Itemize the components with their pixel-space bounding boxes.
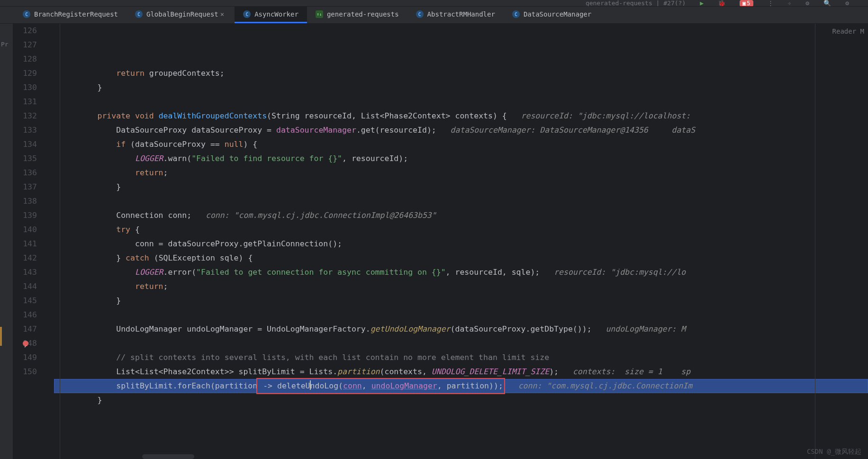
- line-number[interactable]: 133: [13, 123, 47, 137]
- line-number[interactable]: 150: [13, 365, 47, 379]
- code-line[interactable]: [54, 407, 868, 422]
- code-line[interactable]: }: [54, 81, 868, 95]
- code-line[interactable]: }: [54, 180, 868, 194]
- tab-label: BranchRegisterRequest: [34, 10, 118, 18]
- line-number[interactable]: 147: [13, 322, 47, 336]
- right-margin-guide: [815, 24, 815, 459]
- tab-label: AsyncWorker: [254, 10, 298, 18]
- line-number[interactable]: 140: [13, 223, 47, 237]
- watermark-text: CSDN @_微风轻起: [807, 448, 861, 456]
- code-line[interactable]: }: [54, 294, 868, 308]
- tab-asyncworker[interactable]: CAsyncWorker: [235, 7, 307, 23]
- line-number[interactable]: 134: [13, 137, 47, 152]
- code-line[interactable]: Connection conn; conn: "com.mysql.cj.jdb…: [54, 208, 868, 223]
- line-number[interactable]: 139: [13, 208, 47, 223]
- code-line[interactable]: conn = dataSourceProxy.getPlainConnectio…: [54, 237, 868, 251]
- line-number[interactable]: 136: [13, 166, 47, 180]
- settings-icon[interactable]: ⚙: [845, 0, 849, 7]
- code-line[interactable]: return;: [54, 166, 868, 180]
- main-toolbar: generated-requests | #27(?) ▶ 🐞 ▣ 5 ⋮ ✧ …: [0, 0, 868, 7]
- code-line[interactable]: // split contexts into several lists, wi…: [54, 351, 868, 365]
- line-number[interactable]: 129: [13, 66, 47, 81]
- inline-hint: contexts: size = 1 sp: [573, 367, 690, 376]
- inline-hint: undoLogManager: M: [606, 324, 686, 333]
- code-line[interactable]: if (dataSourceProxy == null) {: [54, 137, 868, 152]
- code-line[interactable]: return;: [54, 279, 868, 294]
- line-number[interactable]: 149: [13, 351, 47, 365]
- inline-hint: dataSourceManager: DataSourceManager@143…: [451, 126, 696, 135]
- code-line[interactable]: [54, 336, 868, 351]
- line-number[interactable]: 143: [13, 265, 47, 279]
- code-line[interactable]: UndoLogManager undoLogManager = UndoLogM…: [54, 322, 868, 336]
- tool-window-strip: Pr: [0, 24, 13, 459]
- run-config-label[interactable]: generated-requests | #27(?): [586, 0, 686, 7]
- line-number[interactable]: 137: [13, 180, 47, 194]
- search-icon[interactable]: 🔍: [823, 0, 831, 7]
- line-number[interactable]: 146: [13, 308, 47, 322]
- line-number[interactable]: 127: [13, 38, 47, 52]
- line-number[interactable]: 126: [13, 24, 47, 38]
- code-editor[interactable]: 1261271281291301311321331341351361371381…: [13, 24, 868, 459]
- line-number[interactable]: 131: [13, 95, 47, 109]
- tab-abstractrmhandler[interactable]: CAbstractRMHandler: [407, 7, 504, 23]
- code-line[interactable]: LOGGER.warn("Failed to find resource for…: [54, 152, 868, 166]
- horizontal-scrollbar-thumb[interactable]: [142, 454, 194, 459]
- line-number[interactable]: 138: [13, 194, 47, 208]
- code-line[interactable]: LOGGER.error("Failed to get connection f…: [54, 265, 868, 279]
- tab-label: GlobalBeginRequest: [146, 10, 218, 18]
- http-icon: ↑↓: [316, 10, 323, 18]
- code-line[interactable]: return groupedContexts;: [54, 66, 868, 81]
- tab-datasourcemanager[interactable]: CDataSourceManager: [504, 7, 600, 23]
- add-icon[interactable]: ✧: [788, 0, 792, 7]
- notifications-badge[interactable]: ▣ 5: [740, 0, 753, 7]
- line-number-gutter: 1261271281291301311321331341351361371381…: [13, 24, 54, 459]
- code-line[interactable]: }: [54, 393, 868, 407]
- class-icon: C: [135, 10, 143, 18]
- code-line[interactable]: List<List<Phase2Context>> splitByLimit =…: [54, 365, 868, 379]
- code-area[interactable]: return groupedContexts; } private void d…: [54, 24, 868, 459]
- close-icon[interactable]: ×: [218, 10, 226, 18]
- class-icon: C: [512, 10, 520, 18]
- tab-globalbeginrequest[interactable]: CGlobalBeginRequest×: [127, 7, 235, 23]
- inline-hint: conn: "com.mysql.cj.jdbc.ConnectionIm: [518, 381, 693, 390]
- tab-generated-requests[interactable]: ↑↓generated-requests: [307, 7, 407, 23]
- code-line[interactable]: DataSourceProxy dataSourceProxy = dataSo…: [54, 123, 868, 137]
- inline-hint: resourceId: "jdbc:mysql://lo: [554, 268, 686, 277]
- tool-window-marker: [0, 327, 2, 346]
- line-number[interactable]: 135: [13, 152, 47, 166]
- class-icon: C: [23, 10, 30, 18]
- code-line[interactable]: [54, 95, 868, 109]
- line-number[interactable]: 145: [13, 294, 47, 308]
- inline-hint: resourceId: "jdbc:mysql://localhost:: [521, 111, 691, 120]
- ai-icon[interactable]: ⚙: [805, 0, 809, 7]
- code-line[interactable]: private void dealWithGroupedContexts(Str…: [54, 109, 868, 123]
- line-number[interactable]: 128: [13, 52, 47, 66]
- line-number[interactable]: 148: [13, 336, 47, 351]
- tab-label: generated-requests: [327, 10, 399, 18]
- tab-branchregisterrequest[interactable]: CBranchRegisterRequest: [14, 7, 127, 23]
- class-icon: C: [416, 10, 424, 18]
- more-icon[interactable]: ⋮: [768, 0, 774, 7]
- line-number[interactable]: 132: [13, 109, 47, 123]
- debug-icon[interactable]: 🐞: [718, 0, 725, 7]
- editor-tabs: CBranchRegisterRequestCGlobalBeginReques…: [0, 7, 868, 24]
- class-icon: C: [243, 10, 251, 18]
- inline-hint: conn: "com.mysql.cj.jdbc.ConnectionImpl@…: [206, 211, 436, 220]
- code-line[interactable]: [54, 308, 868, 322]
- code-line[interactable]: try {: [54, 223, 868, 237]
- tab-label: AbstractRMHandler: [427, 10, 495, 18]
- code-line[interactable]: splitByLimit.forEach(partition -> delete…: [54, 379, 868, 393]
- tab-label: DataSourceManager: [524, 10, 591, 18]
- code-line[interactable]: } catch (SQLException sqle) {: [54, 251, 868, 265]
- reader-mode-label[interactable]: Reader M: [832, 27, 864, 35]
- line-number[interactable]: 142: [13, 251, 47, 265]
- line-number[interactable]: 144: [13, 279, 47, 294]
- project-tool-label[interactable]: Pr: [1, 41, 9, 48]
- run-icon[interactable]: ▶: [700, 0, 704, 7]
- line-number[interactable]: 130: [13, 81, 47, 95]
- code-line[interactable]: [54, 194, 868, 208]
- line-number[interactable]: 141: [13, 237, 47, 251]
